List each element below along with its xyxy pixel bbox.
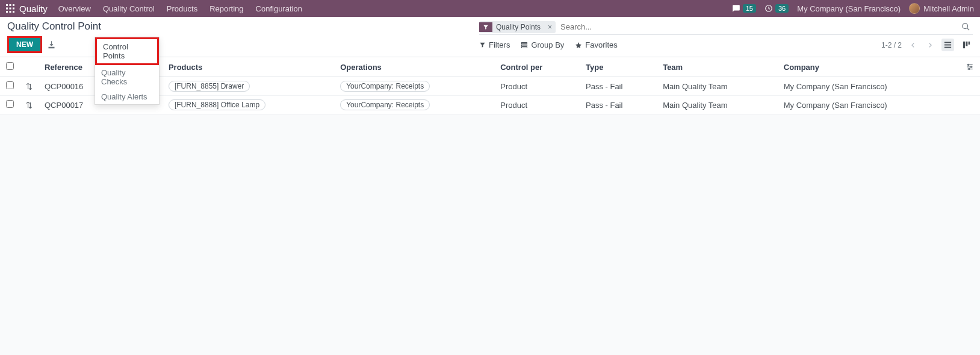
svg-rect-3 — [6, 8, 8, 10]
nav-right: 15 36 My Company (San Francisco) Mitchel… — [732, 3, 974, 14]
svg-rect-1 — [10, 4, 11, 6]
cell-type: Pass - Fail — [580, 96, 657, 115]
svg-rect-13 — [522, 46, 527, 48]
filter-icon — [479, 22, 492, 32]
svg-point-24 — [970, 66, 972, 68]
th-products[interactable]: Products — [163, 57, 334, 77]
svg-rect-17 — [963, 42, 965, 48]
svg-rect-11 — [522, 42, 527, 43]
cell-team: Main Quality Team — [657, 77, 778, 96]
kanban-view-icon[interactable] — [960, 39, 973, 51]
nav-item-quality-control[interactable]: Quality Control — [103, 4, 155, 13]
activities-badge: 36 — [775, 4, 789, 13]
th-operations[interactable]: Operations — [334, 57, 494, 77]
search-bar: Quality Points × — [479, 20, 973, 35]
user-name: Mitchell Admin — [923, 4, 974, 13]
cell-control-per: Product — [494, 77, 580, 96]
th-type[interactable]: Type — [580, 57, 657, 77]
nav-item-configuration[interactable]: Configuration — [256, 4, 302, 13]
new-button[interactable]: NEW — [9, 38, 40, 51]
row-checkbox[interactable] — [6, 100, 14, 108]
page-title: Quality Control Point — [7, 20, 101, 33]
activities-button[interactable]: 36 — [764, 4, 789, 13]
svg-rect-4 — [10, 8, 11, 10]
svg-point-25 — [969, 68, 970, 69]
select-all-checkbox[interactable] — [6, 62, 14, 70]
avatar-icon — [909, 3, 920, 14]
favorites-button[interactable]: Favorites — [575, 40, 617, 49]
operation-tag: YourCompany: Receipts — [340, 99, 430, 110]
company-selector[interactable]: My Company (San Francisco) — [797, 4, 901, 13]
svg-rect-0 — [6, 4, 8, 6]
cell-company: My Company (San Francisco) — [778, 96, 960, 115]
pager-next-icon[interactable] — [925, 42, 935, 48]
quality-control-dropdown: Control Points Quality Checks Quality Al… — [95, 37, 160, 105]
cell-control-per: Product — [494, 96, 580, 115]
svg-rect-8 — [13, 11, 14, 13]
svg-rect-16 — [944, 47, 951, 48]
svg-point-10 — [963, 24, 968, 29]
nav-item-overview[interactable]: Overview — [58, 4, 91, 13]
th-control-per[interactable]: Control per — [494, 57, 580, 77]
th-team[interactable]: Team — [657, 57, 778, 77]
svg-rect-5 — [13, 8, 14, 10]
svg-rect-15 — [944, 45, 951, 46]
nav-item-reporting[interactable]: Reporting — [209, 4, 243, 13]
groupby-label: Group By — [531, 40, 564, 49]
search-facet: Quality Points × — [479, 21, 556, 33]
drag-handle-icon[interactable]: ⇅ — [20, 77, 39, 96]
facet-close-icon[interactable]: × — [544, 21, 556, 33]
pager-range[interactable]: 1-2 / 2 — [881, 41, 902, 49]
svg-rect-7 — [10, 11, 11, 13]
search-input[interactable] — [556, 20, 959, 33]
operation-tag: YourCompany: Receipts — [340, 81, 430, 92]
search-icon[interactable] — [959, 22, 973, 31]
favorites-label: Favorites — [585, 40, 617, 49]
groupby-button[interactable]: Group By — [521, 40, 564, 49]
cell-company: My Company (San Francisco) — [778, 77, 960, 96]
list-view-icon[interactable] — [941, 39, 954, 51]
dropdown-item-quality-alerts[interactable]: Quality Alerts — [95, 89, 159, 104]
svg-rect-6 — [6, 11, 8, 13]
svg-rect-19 — [969, 42, 970, 45]
dropdown-item-quality-checks[interactable]: Quality Checks — [95, 65, 159, 89]
filters-button[interactable]: Filters — [479, 40, 510, 49]
cell-type: Pass - Fail — [580, 77, 657, 96]
product-tag: [FURN_8855] Drawer — [169, 81, 250, 92]
nav-item-products[interactable]: Products — [167, 4, 197, 13]
filters-label: Filters — [489, 40, 510, 49]
product-tag: [FURN_8888] Office Lamp — [169, 99, 265, 110]
messages-button[interactable]: 15 — [732, 4, 756, 13]
th-company[interactable]: Company — [778, 57, 960, 77]
svg-rect-12 — [522, 45, 527, 46]
columns-settings-icon[interactable] — [966, 63, 974, 71]
svg-rect-14 — [944, 42, 951, 43]
control-panel: Quality Control Point NEW Control Points… — [0, 17, 980, 57]
messages-badge: 15 — [743, 4, 756, 13]
apps-icon[interactable] — [6, 4, 14, 13]
svg-point-23 — [968, 64, 969, 65]
svg-rect-18 — [966, 42, 967, 46]
facet-label: Quality Points — [492, 21, 544, 33]
row-checkbox[interactable] — [6, 81, 14, 89]
dropdown-item-control-points[interactable]: Control Points — [95, 37, 159, 65]
svg-rect-2 — [13, 4, 14, 6]
app-brand[interactable]: Quality — [19, 4, 48, 14]
highlight-box-new: NEW — [7, 36, 42, 53]
pager-prev-icon[interactable] — [908, 42, 919, 48]
drag-handle-icon[interactable]: ⇅ — [20, 96, 39, 115]
top-nav: Quality Overview Quality Control Product… — [0, 0, 980, 17]
nav-items: Overview Quality Control Products Report… — [58, 4, 302, 13]
user-menu[interactable]: Mitchell Admin — [909, 3, 974, 14]
download-icon[interactable] — [47, 40, 56, 49]
cell-team: Main Quality Team — [657, 96, 778, 115]
